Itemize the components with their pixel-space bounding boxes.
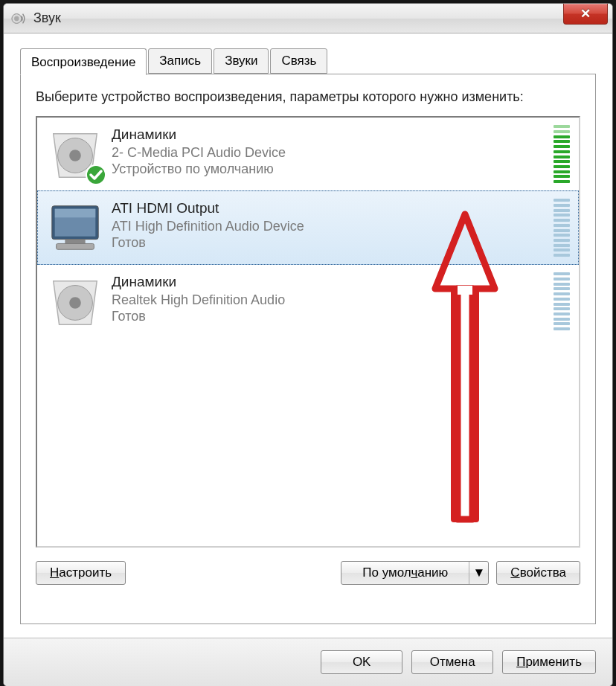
titlebar[interactable]: Звук ✕ [4,4,612,33]
speaker-icon [46,272,104,330]
svg-rect-8 [65,240,85,244]
dialog-footer: OK Отмена Применить [4,638,612,686]
device-name: Динамики [112,126,546,143]
device-info: ATI HDMI Output ATI High Definition Audi… [112,199,546,251]
instruction-text: Выберите устройство воспроизведения, пар… [36,88,580,106]
svg-point-11 [69,297,81,309]
device-name: ATI HDMI Output [112,200,546,217]
default-badge-icon [85,164,107,186]
tab-playback[interactable]: Воспроизведение [20,48,147,75]
tab-communications[interactable]: Связь [270,48,327,74]
tab-recording[interactable]: Запись [148,48,212,74]
device-status: Готов [112,309,546,324]
speaker-icon [46,125,104,183]
window-title: Звук [33,10,61,26]
monitor-icon [46,199,104,257]
device-info: Динамики Realtek High Definition Audio Г… [112,272,546,324]
level-meter [554,272,570,330]
tab-strip: Воспроизведение Запись Звуки Связь [20,48,596,74]
svg-point-4 [86,165,106,185]
device-status: Готов [112,235,546,251]
tab-panel: Выберите устройство воспроизведения, пар… [20,74,596,624]
close-button[interactable]: ✕ [563,4,608,25]
svg-rect-9 [57,244,94,250]
svg-rect-7 [55,209,96,218]
svg-point-1 [14,16,19,20]
device-description: Realtek High Definition Audio [112,292,546,309]
dialog-body: Воспроизведение Запись Звуки Связь Выбер… [4,33,612,638]
device-item[interactable]: ATI HDMI Output ATI High Definition Audi… [37,190,579,265]
sound-dialog: Звук ✕ Воспроизведение Запись Звуки Связ… [3,3,613,686]
chevron-down-icon[interactable]: ▼ [469,562,488,584]
device-item[interactable]: Динамики Realtek High Definition Audio Г… [37,265,579,338]
device-status: Устройство по умолчанию [112,161,546,177]
level-meter [554,125,570,183]
cancel-button[interactable]: Отмена [411,650,493,674]
device-list[interactable]: Динамики 2- C-Media PCI Audio Device Уст… [36,116,580,548]
level-meter [554,199,570,257]
device-info: Динамики 2- C-Media PCI Audio Device Уст… [112,125,546,177]
ok-button[interactable]: OK [321,650,402,674]
configure-button[interactable]: Настроить [36,561,126,585]
properties-button[interactable]: Свойства [496,561,580,585]
apply-button[interactable]: Применить [502,650,596,674]
device-description: 2- C-Media PCI Audio Device [112,144,546,161]
set-default-button[interactable]: По умолчанию ▼ [341,561,489,585]
device-description: ATI High Definition Audio Device [112,218,546,235]
device-item[interactable]: Динамики 2- C-Media PCI Audio Device Уст… [37,118,579,190]
svg-point-3 [69,150,81,161]
app-icon [11,10,28,27]
device-name: Динамики [112,274,546,290]
panel-buttons: Настроить По умолчанию ▼ Свойства [36,561,580,585]
close-icon: ✕ [580,6,591,22]
tab-sounds[interactable]: Звуки [214,48,269,74]
